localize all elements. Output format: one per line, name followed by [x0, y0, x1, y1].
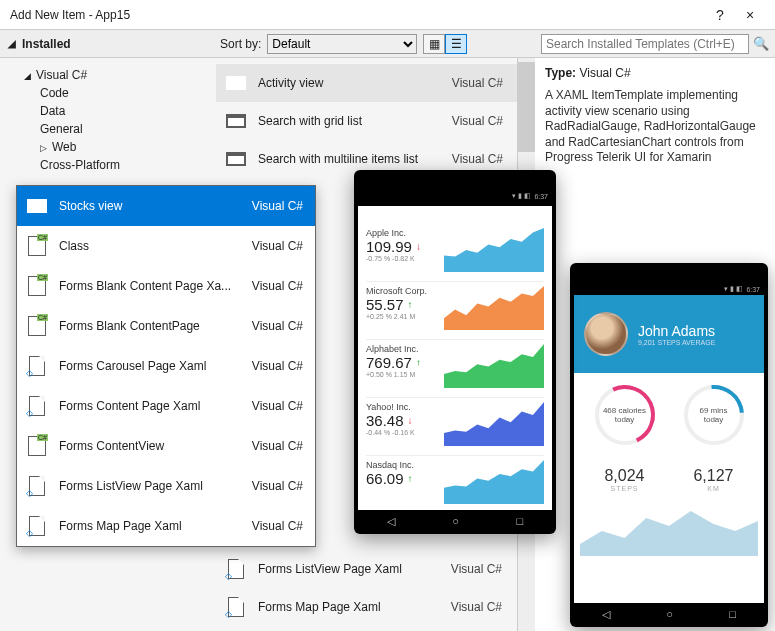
- template-lang: Visual C#: [452, 114, 509, 128]
- profile-name: John Adams: [638, 323, 715, 339]
- chevron-right-icon: ▷: [40, 143, 52, 153]
- template-icon: [25, 476, 49, 496]
- template-list-continued: Forms ListView Page XamlVisual C#Forms M…: [216, 550, 516, 626]
- phone-navbar: ◁○□: [574, 605, 764, 623]
- list-icon: ☰: [451, 37, 462, 51]
- template-icon: [224, 73, 248, 93]
- help-button[interactable]: ?: [705, 7, 735, 23]
- template-row[interactable]: Forms Map Page XamlVisual C#: [17, 506, 315, 546]
- tree-item-web[interactable]: ▷Web: [0, 138, 216, 156]
- sparkline-chart: [444, 460, 544, 513]
- sparkline-chart: [444, 286, 544, 339]
- template-label: Forms Carousel Page Xaml: [59, 359, 242, 373]
- template-row[interactable]: Forms Blank Content Page Xa...Visual C#: [17, 266, 315, 306]
- stock-row: Microsoft Corp.55.57 ↑+0.25 % 2.41 M: [366, 282, 544, 340]
- phone-navbar: ◁○□: [358, 512, 552, 530]
- template-icon: [25, 276, 49, 296]
- preview-phone-activity: ▾ ▮ ◧6:37 John Adams 9,201 STEPS AVERAGE…: [570, 263, 768, 627]
- search-input[interactable]: [541, 34, 749, 54]
- template-icon: [25, 356, 49, 376]
- scroll-thumb[interactable]: [518, 62, 535, 152]
- tree-item-data[interactable]: Data: [0, 102, 216, 120]
- profile-subtitle: 9,201 STEPS AVERAGE: [638, 339, 715, 346]
- window-title: Add New Item - App15: [10, 8, 705, 22]
- template-label: Forms Map Page Xaml: [258, 600, 441, 614]
- search-area: 🔍: [535, 30, 775, 57]
- tree-root[interactable]: ◢Visual C#: [0, 66, 216, 84]
- sparkline-chart: [444, 228, 544, 281]
- template-lang: Visual C#: [252, 519, 307, 533]
- template-icon: [25, 316, 49, 336]
- tree-item-cross-platform[interactable]: Cross-Platform: [0, 156, 216, 174]
- template-lang: Visual C#: [252, 439, 307, 453]
- template-lang: Visual C#: [252, 399, 307, 413]
- stock-row: Apple Inc.109.99 ↓-0.75 % -0.82 K: [366, 224, 544, 282]
- template-row[interactable]: Search with grid listVisual C#: [216, 102, 517, 140]
- header-row: ◢ Installed Sort by: Default ▦ ☰ 🔍: [0, 30, 775, 58]
- template-lang: Visual C#: [252, 359, 307, 373]
- stock-row: Nasdaq Inc.66.09 ↑: [366, 456, 544, 514]
- stock-row: Yahoo! Inc.36.48 ↓-0.44 % -0.16 K: [366, 398, 544, 456]
- template-label: Stocks view: [59, 199, 242, 213]
- recent-icon: □: [517, 515, 524, 527]
- back-icon: ◁: [602, 608, 610, 621]
- template-icon: [25, 196, 49, 216]
- home-icon: ○: [452, 515, 459, 527]
- template-row[interactable]: ClassVisual C#: [17, 226, 315, 266]
- view-details-button[interactable]: ☰: [445, 34, 467, 54]
- sparkline-chart: [444, 402, 544, 455]
- template-row[interactable]: Forms Content Page XamlVisual C#: [17, 386, 315, 426]
- sort-area: Sort by: Default ▦ ☰: [216, 30, 535, 57]
- phone-statusbar: ▾ ▮ ◧6:37: [358, 190, 552, 202]
- type-value: Visual C#: [579, 66, 630, 80]
- home-icon: ○: [666, 608, 673, 620]
- avatar: [584, 312, 628, 356]
- sort-dropdown[interactable]: Default: [267, 34, 417, 54]
- template-label: Search with grid list: [258, 114, 442, 128]
- template-label: Forms ListView Page Xaml: [59, 479, 242, 493]
- template-label: Activity view: [258, 76, 442, 90]
- template-icon: [25, 516, 49, 536]
- template-row[interactable]: Forms ContentViewVisual C#: [17, 426, 315, 466]
- installed-header[interactable]: ◢ Installed: [0, 30, 216, 57]
- template-lang: Visual C#: [252, 479, 307, 493]
- template-icon: [25, 236, 49, 256]
- template-row[interactable]: Forms ListView Page XamlVisual C#: [17, 466, 315, 506]
- template-row[interactable]: Forms Map Page XamlVisual C#: [216, 588, 516, 626]
- template-label: Search with multiline items list: [258, 152, 442, 166]
- template-icon: [224, 111, 248, 131]
- template-lang: Visual C#: [252, 239, 307, 253]
- tree-item-general[interactable]: General: [0, 120, 216, 138]
- area-chart: [574, 496, 764, 556]
- template-lang: Visual C#: [252, 279, 307, 293]
- tree-item-code[interactable]: Code: [0, 84, 216, 102]
- stock-row: Alphabet Inc.769.67 ↑+0.50 % 1.15 M: [366, 340, 544, 398]
- view-large-icons-button[interactable]: ▦: [423, 34, 445, 54]
- template-row[interactable]: Forms Blank ContentPageVisual C#: [17, 306, 315, 346]
- close-button[interactable]: ×: [735, 7, 765, 23]
- template-row[interactable]: Stocks viewVisual C#: [17, 186, 315, 226]
- template-description: A XAML ItemTemplate implementing activit…: [545, 88, 765, 166]
- template-lang: Visual C#: [452, 76, 509, 90]
- template-lang: Visual C#: [451, 600, 508, 614]
- template-popup: Stocks viewVisual C#ClassVisual C#Forms …: [16, 185, 316, 547]
- titlebar: Add New Item - App15 ? ×: [0, 0, 775, 30]
- back-icon: ◁: [387, 515, 395, 528]
- template-icon: [224, 559, 248, 579]
- type-label: Type:: [545, 66, 576, 80]
- template-icon: [25, 396, 49, 416]
- template-label: Forms Content Page Xaml: [59, 399, 242, 413]
- recent-icon: □: [729, 608, 736, 620]
- template-label: Forms ListView Page Xaml: [258, 562, 441, 576]
- stat-steps: 8,024STEPS: [604, 467, 644, 492]
- template-row[interactable]: Forms ListView Page XamlVisual C#: [216, 550, 516, 588]
- stat-km: 6,127KM: [693, 467, 733, 492]
- template-row[interactable]: Forms Carousel Page XamlVisual C#: [17, 346, 315, 386]
- search-icon[interactable]: 🔍: [753, 36, 769, 51]
- template-label: Class: [59, 239, 242, 253]
- sort-label: Sort by:: [220, 37, 261, 51]
- gauge-minutes: 69 minstoday: [684, 385, 744, 445]
- grid-icon: ▦: [429, 37, 440, 51]
- template-row[interactable]: Activity viewVisual C#: [216, 64, 517, 102]
- template-icon: [25, 436, 49, 456]
